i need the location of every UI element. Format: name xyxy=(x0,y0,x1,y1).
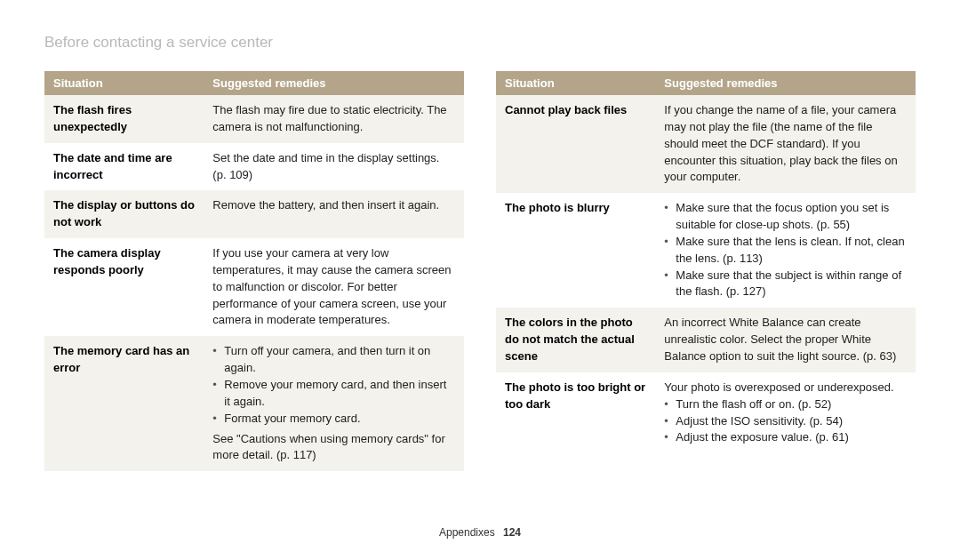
remedy-cell: If you use your camera at very low tempe… xyxy=(204,238,464,336)
remedy-cell: Set the date and time in the display set… xyxy=(204,143,464,191)
remedy-note: See "Cautions when using memory cards" f… xyxy=(212,431,455,465)
left-column: Situation Suggested remedies The flash f… xyxy=(44,71,464,471)
table-row: The camera display responds poorlyIf you… xyxy=(44,238,464,336)
situation-cell: The memory card has an error xyxy=(44,336,204,471)
remedy-cell: Your photo is overexposed or underexpose… xyxy=(655,372,916,453)
situation-cell: The colors in the photo do not match the… xyxy=(496,308,655,372)
remedy-cell: If you change the name of a file, your c… xyxy=(655,95,916,193)
bullet-item: Turn off your camera, and then turn it o… xyxy=(212,343,455,377)
bullet-item: Make sure that the lens is clean. If not… xyxy=(664,234,907,268)
bullet-item: Format your memory card. xyxy=(212,411,455,428)
bullet-item: Turn the flash off or on. (p. 52) xyxy=(664,396,907,413)
situation-cell: Cannot play back files xyxy=(496,95,655,193)
remedy-cell: Make sure that the focus option you set … xyxy=(655,193,916,308)
table-row: The date and time are incorrectSet the d… xyxy=(44,143,464,191)
footer-section: Appendixes xyxy=(439,526,495,539)
table-row: The display or buttons do not workRemove… xyxy=(44,190,464,238)
content-columns: Situation Suggested remedies The flash f… xyxy=(44,71,916,471)
situation-cell: The display or buttons do not work xyxy=(44,190,204,238)
troubleshoot-table-right: Situation Suggested remedies Cannot play… xyxy=(496,71,916,453)
col-header-remedy: Suggested remedies xyxy=(655,71,916,95)
bullet-item: Adjust the ISO sensitivity. (p. 54) xyxy=(664,413,907,430)
table-row: Cannot play back filesIf you change the … xyxy=(496,95,916,193)
footer-page-number: 124 xyxy=(503,526,521,539)
remedy-cell: Remove the battery, and then insert it a… xyxy=(204,190,464,238)
bullet-item: Remove your memory card, and then insert… xyxy=(212,377,455,411)
col-header-situation: Situation xyxy=(44,71,204,95)
situation-cell: The photo is blurry xyxy=(496,193,655,308)
situation-cell: The flash fires unexpectedly xyxy=(44,95,204,143)
table-row: The photo is too bright or too darkYour … xyxy=(496,372,916,453)
bullet-item: Make sure that the subject is within ran… xyxy=(664,268,907,301)
table-row: The memory card has an errorTurn off you… xyxy=(44,336,464,471)
situation-cell: The photo is too bright or too dark xyxy=(496,372,655,453)
remedy-cell: An incorrect White Balance can create un… xyxy=(655,308,916,372)
col-header-remedy: Suggested remedies xyxy=(204,71,464,95)
situation-cell: The date and time are incorrect xyxy=(44,143,204,191)
bullet-item: Adjust the exposure value. (p. 61) xyxy=(664,429,907,446)
table-row: The colors in the photo do not match the… xyxy=(496,308,916,372)
situation-cell: The camera display responds poorly xyxy=(44,238,204,336)
table-row: The photo is blurryMake sure that the fo… xyxy=(496,193,916,308)
remedy-cell: Turn off your camera, and then turn it o… xyxy=(204,336,464,471)
table-row: The flash fires unexpectedlyThe flash ma… xyxy=(44,95,464,143)
bullet-item: Make sure that the focus option you set … xyxy=(664,200,907,234)
page-footer: Appendixes 124 xyxy=(0,526,960,539)
right-column: Situation Suggested remedies Cannot play… xyxy=(496,71,916,471)
remedy-cell: The flash may fire due to static electri… xyxy=(204,95,464,143)
troubleshoot-table-left: Situation Suggested remedies The flash f… xyxy=(44,71,464,471)
col-header-situation: Situation xyxy=(496,71,655,95)
page-title: Before contacting a service center xyxy=(44,34,916,52)
remedy-note: Your photo is overexposed or underexpose… xyxy=(664,380,907,396)
